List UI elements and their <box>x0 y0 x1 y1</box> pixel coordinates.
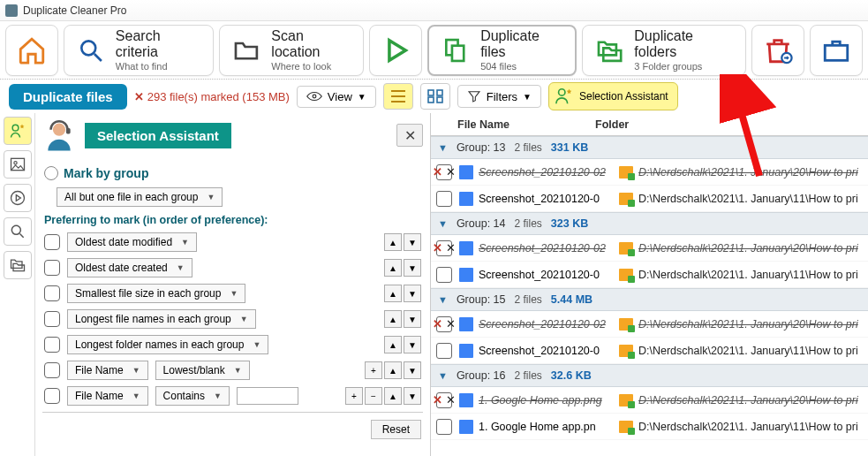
nav-scan-location[interactable]: Scan locationWhere to look <box>219 25 364 76</box>
pref-checkbox[interactable] <box>44 260 60 276</box>
mark-checkbox[interactable] <box>436 392 452 408</box>
mark-checkbox[interactable] <box>436 267 452 283</box>
svg-point-14 <box>559 89 565 95</box>
move-up-button[interactable]: ▲ <box>384 310 402 328</box>
group-header[interactable]: ▼ Group: 15 2 files 5.44 MB <box>431 288 868 311</box>
file-row[interactable]: Screenshot_20210120-02 D:\Nerdschalk\202… <box>431 311 868 338</box>
pref-checkbox[interactable] <box>44 388 60 404</box>
close-assistant-button[interactable]: ✕ <box>396 124 423 147</box>
group-header[interactable]: ▼ Group: 14 2 files 323 KB <box>431 212 868 235</box>
col-folder[interactable]: Folder <box>595 118 868 131</box>
pref-rule-dropdown[interactable]: Oldest date created <box>67 258 192 277</box>
file-row[interactable]: 1. Google Home app.png D:\Nerdschalk\202… <box>431 387 868 414</box>
mark-checkbox[interactable] <box>436 240 452 256</box>
move-up-button[interactable]: ▲ <box>384 285 402 302</box>
filename-mode-dropdown[interactable]: Contains <box>155 386 230 406</box>
folder-icon <box>619 166 633 179</box>
add-rule-button[interactable]: + <box>365 361 382 379</box>
nav-search-criteria[interactable]: Search criteriaWhat to find <box>64 25 214 76</box>
sidetab-search[interactable] <box>4 217 32 246</box>
nav-delete[interactable] <box>751 25 804 76</box>
pref-rule-dropdown[interactable]: Longest file names in each group <box>67 309 256 329</box>
mark-checkbox[interactable] <box>436 191 452 207</box>
sidetab-image[interactable] <box>4 150 32 179</box>
nav-run-scan[interactable] <box>369 25 422 76</box>
move-up-button[interactable]: ▲ <box>384 387 402 405</box>
selection-assistant-button[interactable]: Selection Assistant <box>548 82 678 110</box>
mark-checkbox[interactable] <box>436 343 452 359</box>
folder-path: D:\Nerdschalk\2021\1. January\20\How to … <box>638 318 863 331</box>
folder-path: D:\Nerdschalk\2021\1. January\20\How to … <box>638 394 863 407</box>
layout-list-button[interactable] <box>383 83 413 110</box>
move-down-button[interactable]: ▼ <box>404 336 421 353</box>
app-icon <box>5 4 18 17</box>
mark-checkbox[interactable] <box>436 164 452 180</box>
folder-icon <box>232 35 260 65</box>
move-up-button[interactable]: ▲ <box>384 361 402 379</box>
nav-duplicate-files[interactable]: Duplicate files504 files <box>427 25 577 76</box>
view-dropdown[interactable]: View ▼ <box>297 86 376 108</box>
nav-tools[interactable] <box>810 25 863 76</box>
expand-icon: ▼ <box>438 142 448 153</box>
pref-rule-dropdown[interactable]: Oldest date modified <box>67 232 197 252</box>
folder-icon <box>619 193 633 205</box>
group-count: 2 files <box>514 293 541 306</box>
filename-mode-dropdown[interactable]: Lowest/blank <box>155 361 250 380</box>
pref-checkbox[interactable] <box>44 285 60 301</box>
sidetab-folders[interactable] <box>4 251 32 279</box>
expand-icon: ▼ <box>438 294 448 305</box>
layout-grid-button[interactable] <box>420 83 450 110</box>
filters-dropdown[interactable]: Filters ▼ <box>457 85 541 108</box>
nav-home[interactable] <box>5 25 58 76</box>
filename-field-dropdown[interactable]: File Name <box>67 386 148 406</box>
move-down-button[interactable]: ▼ <box>404 387 421 405</box>
chevron-down-icon: ▼ <box>358 92 366 102</box>
pref-checkbox[interactable] <box>44 311 60 327</box>
pref-checkbox[interactable] <box>44 362 60 378</box>
add-rule-button[interactable]: + <box>345 387 363 405</box>
svg-point-15 <box>12 125 19 131</box>
svg-line-1 <box>94 53 102 60</box>
mark-checkbox[interactable] <box>436 419 452 435</box>
pref-rule-dropdown[interactable]: Longest folder names in each group <box>67 335 268 354</box>
pref-checkbox[interactable] <box>44 234 60 250</box>
file-row[interactable]: 1. Google Home app.pn D:\Nerdschalk\2021… <box>431 414 868 440</box>
file-row[interactable]: Screenshot_20210120-0 D:\Nerdschalk\2021… <box>431 262 868 288</box>
file-row[interactable]: Screenshot_20210120-02 D:\Nerdschalk\202… <box>431 159 868 186</box>
reset-button[interactable]: Reset <box>371 420 421 439</box>
move-down-button[interactable]: ▼ <box>404 233 421 251</box>
move-down-button[interactable]: ▼ <box>404 259 421 277</box>
group-header[interactable]: ▼ Group: 16 2 files 32.6 KB <box>431 364 868 387</box>
group-size: 32.6 KB <box>551 369 592 382</box>
move-down-button[interactable]: ▼ <box>404 310 421 328</box>
move-down-button[interactable]: ▼ <box>404 285 421 302</box>
folder-path: D:\Nerdschalk\2021\1. January\11\How to … <box>638 345 863 357</box>
sidetab-selection-assistant[interactable] <box>4 117 32 145</box>
move-down-button[interactable]: ▼ <box>404 361 421 379</box>
col-filename[interactable]: File Name <box>454 118 595 131</box>
filename-contains-input[interactable] <box>237 387 298 405</box>
pref-rule-dropdown[interactable]: Smallest file size in each group <box>67 284 245 303</box>
remove-rule-button[interactable]: − <box>365 387 382 405</box>
nav-duplicate-folders[interactable]: Duplicate folders3 Folder groups <box>582 25 746 76</box>
section-mark-by-group[interactable]: Mark by group <box>44 166 421 180</box>
filename-field-dropdown[interactable]: File Name <box>67 361 148 380</box>
move-up-button[interactable]: ▲ <box>384 233 402 251</box>
group-name: Group: 13 <box>457 141 506 154</box>
toolbar: Duplicate files 293 file(s) marked (153 … <box>0 80 868 113</box>
pref-header: Preferring to mark (in order of preferen… <box>44 214 421 226</box>
move-up-button[interactable]: ▲ <box>384 259 402 277</box>
group-rule-dropdown[interactable]: All but one file in each group <box>57 187 223 207</box>
pref-checkbox[interactable] <box>44 337 60 353</box>
file-row[interactable]: Screenshot_20210120-0 D:\Nerdschalk\2021… <box>431 338 868 364</box>
sidetab-play[interactable] <box>4 184 32 212</box>
file-type-icon <box>459 165 473 179</box>
mark-checkbox[interactable] <box>436 316 452 332</box>
move-up-button[interactable]: ▲ <box>384 336 402 353</box>
file-row[interactable]: Screenshot_20210120-02 D:\Nerdschalk\202… <box>431 235 868 262</box>
eye-icon <box>306 90 322 103</box>
group-header[interactable]: ▼ Group: 13 2 files 331 KB <box>431 136 868 159</box>
file-row[interactable]: Screenshot_20210120-0 D:\Nerdschalk\2021… <box>431 186 868 212</box>
grid-icon <box>426 88 444 104</box>
svg-rect-22 <box>66 128 71 133</box>
